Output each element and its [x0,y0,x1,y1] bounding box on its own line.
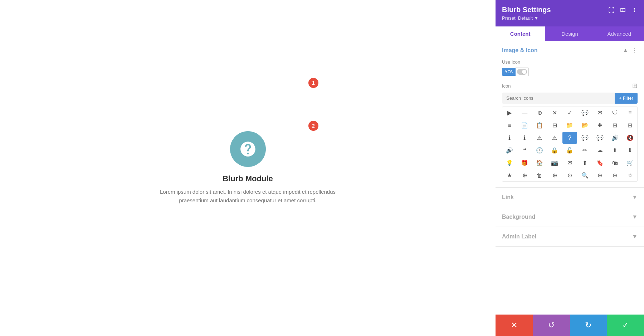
icon-cell[interactable]: ⊟ [547,119,562,131]
icon-cell[interactable]: ⊕ [547,169,562,181]
step-badge-1: 1 [308,78,318,88]
icon-cell[interactable]: ⊙ [562,169,577,181]
tab-content[interactable]: Content [496,26,545,41]
icon-cell[interactable]: ❝ [517,144,532,156]
icon-cell[interactable]: 📋 [532,119,547,131]
fullscreen-icon[interactable]: ⊞ [632,82,638,90]
icon-cell[interactable]: 🔖 [593,157,607,169]
icon-cell[interactable]: 💬 [593,132,607,144]
image-icon-controls: ▲ ⋮ [623,47,638,54]
icon-cell[interactable]: ℹ [517,132,532,144]
icon-cell[interactable]: ⬆ [608,144,622,156]
link-section-header[interactable]: Link ▼ [496,188,644,207]
panel-tabs: Content Design Advanced [496,26,644,41]
icon-cell[interactable]: ⊕ [608,169,622,181]
yes-label: YES [502,68,516,76]
icon-cell[interactable]: ⊕ [593,169,607,181]
icon-cell[interactable]: 🔒 [547,144,562,156]
icon-cell[interactable]: 📄 [517,119,532,131]
icon-cell[interactable]: — [517,107,532,119]
panel-preset[interactable]: Preset: Default ▼ [502,15,638,21]
icon-cell[interactable]: ⊟ [623,119,637,131]
icon-cell[interactable]: ★ [502,169,517,181]
section-more-icon[interactable]: ⋮ [632,47,638,54]
icon-cell[interactable]: 🕐 [532,144,547,156]
redo-button[interactable]: ↻ [570,315,607,336]
icon-cell[interactable]: 🏠 [532,157,547,169]
background-title: Background [502,214,535,220]
background-section-header[interactable]: Background ▼ [496,207,644,227]
search-icons-input[interactable] [502,93,615,104]
icon-cell[interactable]: 💡 [502,157,517,169]
admin-label-title: Admin Label [502,233,536,240]
question-mark-icon [239,140,257,158]
settings-panel: Blurb Settings Preset: Default ▼ Content… [496,0,644,336]
step-badge-2: 2 [308,121,318,131]
icon-cell[interactable]: ✏ [578,144,592,156]
chevron-down-bg-icon: ▼ [632,214,638,220]
reset-button[interactable]: ↺ [533,315,570,336]
icon-cell[interactable]: 🎁 [517,157,532,169]
icon-cell[interactable]: ▶ [502,107,517,119]
tab-design[interactable]: Design [545,26,594,41]
image-icon-title: Image & Icon [502,47,538,54]
icon-cell[interactable]: ≡ [623,107,637,119]
icon-cell[interactable]: 🔊 [502,144,517,156]
icon-cell[interactable]: ☆ [623,169,637,181]
icon-cell[interactable]: 💬 [578,107,592,119]
use-icon-toggle[interactable]: YES [502,68,638,76]
background-section: Background ▼ [496,207,644,227]
blurb-text: Lorem ipsum dolor sit amet. In nisi dolo… [158,188,337,205]
icon-cell-selected[interactable]: ? [562,132,577,144]
link-title: Link [502,194,514,201]
image-icon-content: Use Icon YES Icon ⊞ + Filter [496,59,644,187]
icon-cell[interactable]: ✓ [562,107,577,119]
filter-button[interactable]: + Filter [615,93,638,104]
more-options-icon[interactable] [631,7,638,13]
icon-cell[interactable]: 🛡 [608,107,622,119]
icon-cell[interactable]: 🔊 [608,132,622,144]
icon-cell[interactable]: ✉ [593,107,607,119]
image-icon-section: Image & Icon ▲ ⋮ Use Icon YES Icon [496,41,644,188]
icon-cell[interactable]: 🛒 [623,157,637,169]
focus-icon[interactable] [608,7,615,13]
icon-picker-header: Icon ⊞ [502,82,638,90]
blurb-module: Blurb Module Lorem ipsum dolor sit amet.… [158,131,337,205]
icon-cell[interactable]: ⊞ [608,119,622,131]
icon-cell[interactable]: ✕ [547,107,562,119]
blurb-title: Blurb Module [158,174,337,183]
icon-cell[interactable]: ⬆ [578,157,592,169]
icon-cell[interactable]: ✚ [593,119,607,131]
panel-header: Blurb Settings Preset: Default ▼ [496,0,644,26]
save-button[interactable]: ✓ [607,315,644,336]
icon-cell[interactable]: ⚠ [532,132,547,144]
icon-cell[interactable]: 📂 [578,119,592,131]
panel-title-icons [608,7,638,13]
icon-cell[interactable]: ✉ [562,157,577,169]
icon-field-label: Icon [502,83,511,89]
icon-cell[interactable]: ⬇ [623,144,637,156]
admin-label-section-header[interactable]: Admin Label ▼ [496,227,644,246]
icon-cell[interactable]: 📷 [547,157,562,169]
icon-cell[interactable]: ⊕ [532,107,547,119]
icon-cell[interactable]: 🛍 [608,157,622,169]
icon-cell[interactable]: 🔍 [578,169,592,181]
toggle-knob[interactable] [517,69,527,75]
icon-cell[interactable]: ⚠ [547,132,562,144]
icon-cell[interactable]: ≡ [502,119,517,131]
image-icon-section-header[interactable]: Image & Icon ▲ ⋮ [496,41,644,59]
icon-cell[interactable]: 🔓 [562,144,577,156]
cancel-button[interactable]: ✕ [496,315,533,336]
icon-cell[interactable]: ⊕ [517,169,532,181]
icon-cell[interactable]: 💬 [578,132,592,144]
icon-cell[interactable]: 🔇 [623,132,637,144]
icon-cell[interactable]: ℹ [502,132,517,144]
tab-advanced[interactable]: Advanced [595,26,644,41]
toggle-switch[interactable] [516,68,529,76]
icon-cell[interactable]: ☁ [593,144,607,156]
icon-cell[interactable]: 🗑 [532,169,547,181]
panel-title-row: Blurb Settings [502,6,638,14]
icon-search-bar: + Filter [502,93,638,104]
icon-cell[interactable]: 📁 [562,119,577,131]
layout-icon[interactable] [620,7,626,13]
